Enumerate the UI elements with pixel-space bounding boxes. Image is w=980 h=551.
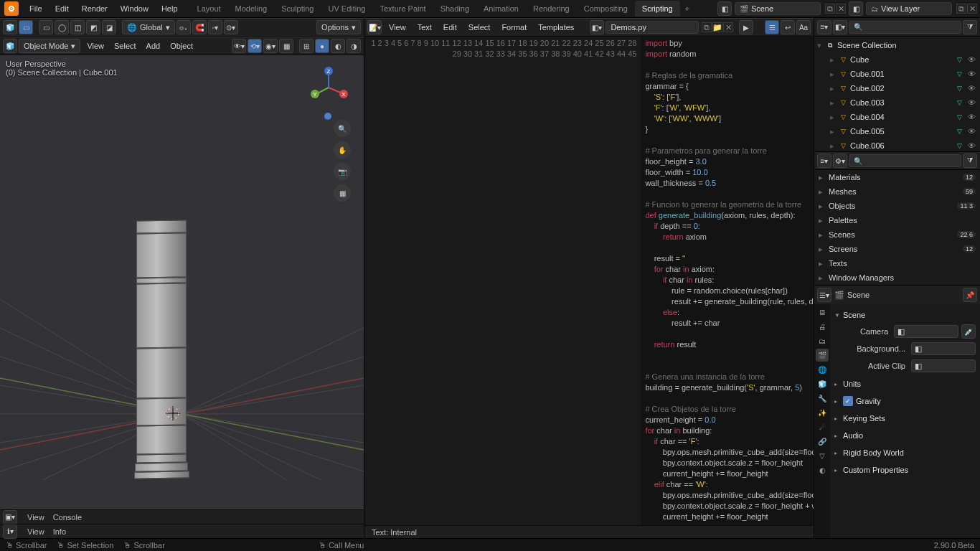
- outliner-search[interactable]: 🔍: [849, 21, 961, 34]
- console-menu-view[interactable]: View: [23, 513, 49, 522]
- scene-name-field[interactable]: 🎬Scene: [735, 2, 821, 15]
- text-file-field[interactable]: Demos.py: [606, 21, 699, 34]
- blendfile-mode-icon[interactable]: ⚙▾: [833, 154, 847, 168]
- text-browse-icon[interactable]: ◧▾: [590, 20, 604, 34]
- tab-constraints-icon[interactable]: 🔗: [816, 435, 829, 448]
- blend-data-list[interactable]: ▸Materials12▸Meshes59▸Objects11 3▸Palett…: [814, 170, 980, 285]
- linenum-toggle-icon[interactable]: ☰: [765, 20, 779, 34]
- viewport-menu-select[interactable]: Select: [109, 42, 141, 50]
- outliner-item[interactable]: ▸▽Cube.001▽👁: [814, 67, 980, 81]
- text-unlink-button[interactable]: ✕: [723, 22, 733, 32]
- select-lasso-icon[interactable]: ◫: [70, 20, 85, 34]
- blendfile-search[interactable]: 🔍: [849, 154, 961, 167]
- perspective-toggle-icon[interactable]: ▦: [334, 184, 351, 202]
- visibility-toggle-icon[interactable]: 👁: [966, 70, 977, 78]
- panel-units[interactable]: ▸Units: [834, 376, 976, 392]
- viewlayer-name-field[interactable]: 🗂View Layer: [866, 2, 952, 15]
- pan-icon[interactable]: ✋: [334, 141, 351, 159]
- outliner-item[interactable]: ▸▽Cube.002▽👁: [814, 81, 980, 95]
- header-options-dropdown[interactable]: Options ▾: [316, 20, 361, 34]
- info-menu-info[interactable]: Info: [49, 527, 70, 536]
- gizmo-toggle-icon[interactable]: ⟲▾: [248, 39, 262, 53]
- wordwrap-toggle-icon[interactable]: ↩: [781, 20, 795, 34]
- scene-delete-button[interactable]: ✕: [836, 4, 846, 14]
- tab-world-icon[interactable]: 🌐: [816, 363, 829, 376]
- text-menu-text[interactable]: Text: [412, 23, 438, 32]
- workspace-tab-animation[interactable]: Animation: [476, 1, 526, 17]
- visibility-toggle-icon[interactable]: 👁: [966, 127, 977, 136]
- workspace-tab-layout[interactable]: Layout: [190, 1, 228, 17]
- workspace-tab-shading[interactable]: Shading: [433, 1, 476, 17]
- workspace-tab-modeling[interactable]: Modeling: [228, 1, 275, 17]
- tab-viewlayer-icon[interactable]: 🗂: [816, 334, 829, 347]
- proportional-edit-icon[interactable]: ⊙▾: [224, 20, 238, 34]
- shading-matprev-icon[interactable]: ◐: [331, 39, 345, 53]
- overlays-toggle-icon[interactable]: ◉▾: [263, 39, 278, 53]
- camera-eyedrop-icon[interactable]: 💉: [961, 324, 976, 339]
- mode-icon[interactable]: 🧊: [3, 39, 17, 53]
- xray-toggle-icon[interactable]: ▦: [279, 39, 293, 53]
- menu-render[interactable]: Render: [75, 4, 114, 13]
- camera-view-icon[interactable]: 📷: [334, 163, 351, 180]
- text-new-button[interactable]: ⧉: [702, 22, 712, 32]
- blend-item[interactable]: ▸Texts: [814, 256, 980, 270]
- outliner[interactable]: ▾⧉Scene Collection▸▽Cube▽👁▸▽Cube.001▽👁▸▽…: [814, 37, 980, 151]
- snap-dropdown-icon[interactable]: ◦▾: [208, 20, 222, 34]
- props-editor-icon[interactable]: ☰▾: [817, 288, 831, 302]
- panel-custom-properties[interactable]: ▸Custom Properties: [834, 462, 976, 478]
- background-field[interactable]: ◧: [911, 342, 976, 355]
- menu-file[interactable]: File: [23, 4, 49, 13]
- tab-physics-icon[interactable]: ☄: [816, 420, 829, 433]
- viewlayer-browse-icon[interactable]: ◧: [849, 1, 863, 16]
- outliner-item[interactable]: ▸▽Cube.006▽👁: [814, 138, 980, 151]
- outliner-item[interactable]: ▸▽Cube▽👁: [814, 52, 980, 67]
- select-ext-icon[interactable]: ◩: [86, 20, 100, 34]
- panel-gravity[interactable]: ▸✓ Gravity: [834, 393, 976, 409]
- text-menu-view[interactable]: View: [383, 23, 412, 32]
- workspace-tab-sculpting[interactable]: Sculpting: [274, 1, 321, 17]
- menu-help[interactable]: Help: [155, 4, 184, 13]
- activeclip-field[interactable]: ◧: [911, 359, 976, 372]
- viewlayer-delete-button[interactable]: ✕: [967, 4, 977, 14]
- outliner-item[interactable]: ▸▽Cube.004▽👁: [814, 110, 980, 124]
- pin-icon[interactable]: 📌: [963, 288, 977, 302]
- outliner-editor-icon[interactable]: ≡▾: [817, 20, 831, 34]
- tab-material-icon[interactable]: ◐: [816, 463, 829, 476]
- workspace-tab-uv-editing[interactable]: UV Editing: [321, 1, 372, 17]
- workspace-tab-compositing[interactable]: Compositing: [577, 1, 635, 17]
- cursor-select-icon[interactable]: ▭: [19, 20, 33, 34]
- scene-new-button[interactable]: ⧉: [825, 4, 835, 14]
- mode-dropdown[interactable]: Object Mode ▾: [19, 39, 80, 53]
- text-menu-select[interactable]: Select: [463, 23, 496, 32]
- pivot-dropdown-icon[interactable]: ⌾▾: [176, 20, 191, 34]
- scene-browse-icon[interactable]: ◧: [717, 1, 732, 16]
- panel-keying-sets[interactable]: ▸Keying Sets: [834, 410, 976, 426]
- console-editor-icon[interactable]: ▣▾: [3, 510, 17, 524]
- code-editor[interactable]: 1 2 3 4 5 6 7 8 9 10 11 12 13 14 15 16 1…: [364, 37, 814, 525]
- blendfile-filter-icon[interactable]: ⧩: [963, 154, 977, 168]
- shading-wire-icon[interactable]: ⊞: [299, 39, 314, 53]
- viewport-menu-view[interactable]: View: [82, 42, 109, 50]
- workspace-tab-rendering[interactable]: Rendering: [526, 1, 577, 17]
- tab-modifier-icon[interactable]: 🔧: [816, 392, 829, 405]
- outliner-filter-icon[interactable]: ⧩: [963, 20, 977, 34]
- blend-item[interactable]: ▸Scenes22 6: [814, 227, 980, 242]
- console-menu-console[interactable]: Console: [49, 513, 86, 522]
- editor-type-icon[interactable]: 🧊: [3, 20, 17, 34]
- blend-item[interactable]: ▸Palettes: [814, 213, 980, 227]
- menu-edit[interactable]: Edit: [49, 4, 75, 13]
- shading-rendered-icon[interactable]: ◑: [347, 39, 361, 53]
- orientation-gizmo[interactable]: Z Y X: [311, 70, 347, 105]
- syntax-toggle-icon[interactable]: Aa: [796, 20, 811, 34]
- tab-object-icon[interactable]: 🧊: [816, 377, 829, 390]
- visibility-toggle-icon[interactable]: 👁: [966, 113, 977, 121]
- blend-item[interactable]: ▸Materials12: [814, 170, 980, 184]
- outliner-item[interactable]: ▸▽Cube.003▽👁: [814, 95, 980, 110]
- blend-item[interactable]: ▸Meshes59: [814, 184, 980, 199]
- tab-scene-icon[interactable]: 🎬: [816, 349, 829, 362]
- blendfile-editor-icon[interactable]: ≡▾: [817, 154, 831, 168]
- panel-rigid-body-world[interactable]: ▸Rigid Body World: [834, 445, 976, 461]
- add-workspace-button[interactable]: +: [680, 4, 694, 13]
- viewport-3d[interactable]: User Perspective (0) Scene Collection | …: [0, 55, 364, 509]
- visibility-icon[interactable]: 👁▾: [232, 39, 246, 53]
